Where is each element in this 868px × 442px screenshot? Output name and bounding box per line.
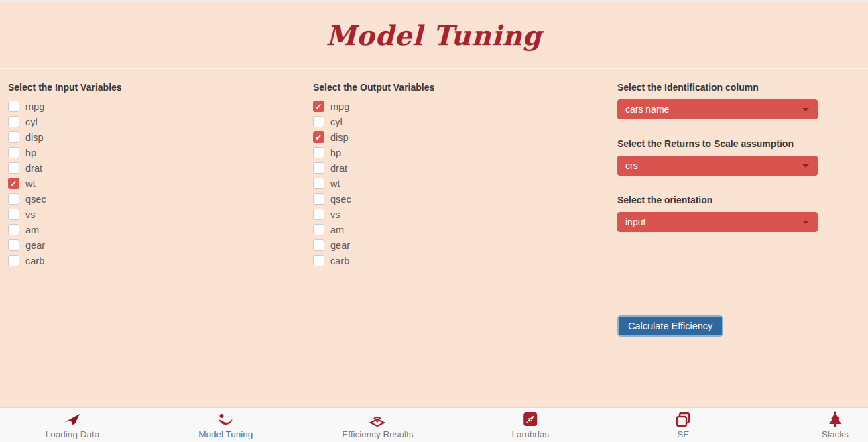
nav-tab-slacks[interactable]: Slacks [822,410,849,439]
nav-tab-label: Lambdas [511,429,549,439]
checkbox-item-output-hp[interactable]: hp [313,145,601,160]
checkbox-unchecked[interactable] [313,209,324,220]
returns-to-scale-select[interactable]: crs [617,156,818,176]
checkbox-item-output-qsec[interactable]: qsec [313,191,601,207]
chevron-down-icon [802,108,809,111]
checkbox-item-input-drat[interactable]: drat [8,160,296,176]
checkbox-item-output-gear[interactable]: gear [313,237,601,253]
checkbox-unchecked[interactable] [8,116,19,127]
output-variables-label: Select the Output Variables [313,81,601,93]
checkbox-item-input-mpg[interactable]: mpg [8,99,296,114]
checkbox-item-output-am[interactable]: am [313,222,601,237]
orientation-group: Select the orientation input [617,194,818,232]
checkbox-label: cyl [330,117,343,127]
output-variables-panel: Select the Output Variables ✓mpgcyl✓disp… [313,81,601,268]
checkbox-label: wt [330,178,340,189]
chevron-down-icon [802,221,809,224]
checkbox-unchecked[interactable] [313,224,324,235]
checkbox-item-input-qsec[interactable]: qsec [8,191,296,207]
checkbox-item-input-gear[interactable]: gear [8,237,296,253]
checkbox-unchecked[interactable] [8,224,19,235]
nav-tab-label: Model Tuning [198,429,253,439]
checkbox-label: am [25,225,39,235]
chevron-down-icon [802,164,809,168]
checkbox-item-input-carb[interactable]: carb [8,253,296,268]
checkbox-unchecked[interactable] [313,255,324,266]
checkbox-label: gear [330,240,350,251]
checkbox-label: gear [25,240,45,251]
checkbox-item-output-vs[interactable]: vs [313,207,601,222]
orientation-label: Select the orientation [617,194,818,206]
orientation-select[interactable]: input [617,212,818,232]
checkbox-label: wt [25,178,36,189]
checkbox-unchecked[interactable] [8,255,19,266]
identification-select-value: cars name [625,104,669,115]
checkbox-unchecked[interactable] [313,116,324,127]
calculate-efficiency-button[interactable]: Calculate Efficiency [617,315,723,337]
checkbox-label: disp [25,132,44,143]
checkbox-label: drat [330,163,347,174]
checkbox-unchecked[interactable] [8,162,19,174]
checkbox-unchecked[interactable] [313,178,324,189]
model-tuning-icon [217,410,235,428]
checkbox-label: vs [330,209,340,220]
checkbox-item-output-mpg[interactable]: ✓mpg [313,99,601,114]
identification-select[interactable]: cars name [617,99,818,119]
output-variables-checkbox-group: ✓mpgcyl✓disphpdratwtqsecvsamgearcarb [313,99,601,268]
checkbox-item-output-carb[interactable]: carb [313,253,601,268]
input-variables-label: Select the Input Variables [8,81,296,93]
nav-tab-efficiency-results[interactable]: Efficiency Results [342,410,413,439]
checkbox-item-input-vs[interactable]: vs [8,207,296,222]
checkbox-checked-icon[interactable]: ✓ [8,178,19,189]
lambdas-icon [521,410,539,428]
checkbox-label: carb [330,256,349,266]
nav-tab-label: SE [677,429,689,439]
checkbox-item-output-wt[interactable]: wt [313,176,601,191]
checkbox-label: qsec [25,194,46,205]
identification-group: Select the Identification column cars na… [617,81,818,119]
checkbox-unchecked[interactable] [8,147,19,158]
checkbox-item-output-disp[interactable]: ✓disp [313,129,601,145]
efficiency-results-icon [369,410,386,428]
nav-tab-loading-data[interactable]: Loading Data [46,410,99,439]
checkbox-unchecked[interactable] [313,162,324,174]
nav-tab-label: Slacks [822,429,849,439]
checkbox-item-input-disp[interactable]: disp [8,129,296,145]
page-title: Model Tuning [326,19,542,51]
bottom-navbar: Loading DataModel TuningEfficiency Resul… [0,407,868,442]
controls-panel: Select the Identification column cars na… [617,81,818,337]
checkbox-item-input-hp[interactable]: hp [8,145,296,160]
checkbox-unchecked[interactable] [313,193,324,205]
nav-tab-lambdas[interactable]: Lambdas [511,410,549,439]
checkbox-label: am [330,225,344,235]
checkbox-unchecked[interactable] [8,131,19,143]
checkbox-unchecked[interactable] [313,239,324,251]
nav-tab-se[interactable]: SE [674,410,692,439]
checkbox-unchecked[interactable] [8,193,19,205]
se-icon [674,410,692,428]
checkbox-item-input-cyl[interactable]: cyl [8,114,296,129]
checkbox-label: qsec [330,194,351,205]
checkbox-label: vs [25,209,36,220]
nav-tab-label: Efficiency Results [342,429,413,439]
checkbox-label: drat [25,163,42,174]
checkbox-unchecked[interactable] [8,239,19,251]
nav-tab-label: Loading Data [46,429,99,439]
checkbox-checked-icon[interactable]: ✓ [313,131,324,143]
checkbox-item-input-wt[interactable]: ✓wt [8,176,296,191]
checkbox-item-output-cyl[interactable]: cyl [313,114,601,129]
slacks-icon [826,410,844,428]
nav-tab-model-tuning[interactable]: Model Tuning [198,410,253,439]
checkbox-label: disp [330,132,349,143]
checkbox-label: cyl [25,117,38,127]
checkbox-item-output-drat[interactable]: drat [313,160,601,176]
orientation-select-value: input [625,217,645,227]
checkbox-item-input-am[interactable]: am [8,222,296,237]
checkbox-checked-icon[interactable]: ✓ [313,101,324,112]
checkbox-unchecked[interactable] [313,147,324,158]
loading-data-icon [64,410,81,428]
checkbox-label: hp [25,148,36,158]
checkbox-unchecked[interactable] [8,101,19,112]
checkbox-unchecked[interactable] [8,209,19,220]
checkbox-label: hp [330,148,341,158]
